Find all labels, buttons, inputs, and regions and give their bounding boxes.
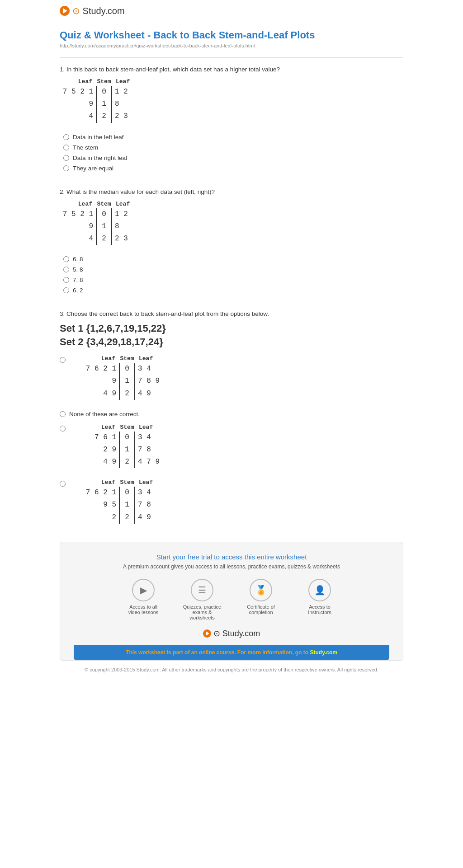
q3-option-d-label[interactable]: Leaf Stem Leaf 7 6 2 1 0 3 4 9 5 1 7 8 <box>60 479 403 528</box>
q3c-row3-right: 4 7 9 <box>135 456 171 468</box>
q2-row2-left: 9 <box>60 221 96 233</box>
q1-row2-right: 8 <box>112 98 148 110</box>
logo-icon <box>60 6 70 16</box>
q3-radio-d[interactable] <box>60 481 66 487</box>
promo-title: Start your free trial to access this ent… <box>74 553 389 561</box>
promo-subtitle: A premium account gives you access to al… <box>74 563 389 570</box>
q2-radio-2[interactable] <box>63 267 69 272</box>
q3-radio-b[interactable] <box>60 411 66 417</box>
q1-row-2: 9 1 8 <box>60 98 148 110</box>
q3d-row-2: 9 5 1 7 8 <box>83 499 171 511</box>
q3a-header-stem: Stem <box>119 355 135 362</box>
q2-row-1: 7 5 2 1 0 1 2 <box>60 208 148 221</box>
q3d-row1-right: 3 4 <box>135 487 171 499</box>
header: ⊙ Study.com <box>60 0 403 21</box>
q2-table-header: Leaf Stem Leaf <box>60 201 148 207</box>
q3d-row1-stem: 0 <box>119 487 135 499</box>
q1-header-right: Leaf <box>112 78 148 85</box>
q2-header-left: Leaf <box>60 201 96 207</box>
q3a-header-left: Leaf <box>83 355 119 362</box>
q3-text: 3. Choose the correct back to back stem-… <box>60 310 403 317</box>
divider-1 <box>60 57 403 58</box>
q3a-row-3: 4 9 2 4 9 <box>83 388 171 400</box>
q3a-row2-right: 7 8 9 <box>135 375 171 387</box>
q3c-row1-stem: 0 <box>119 432 135 444</box>
q1-row3-left: 4 <box>60 110 96 122</box>
q1-row-1: 7 5 2 1 0 1 2 <box>60 86 148 98</box>
q3a-row1-stem: 0 <box>119 363 135 375</box>
promo-logo-text: ⊙ Study.com <box>213 629 260 638</box>
q2-option-1[interactable]: 6, 8 <box>63 256 403 263</box>
promo-bar-link[interactable]: Study.com <box>310 649 337 656</box>
q3a-row-1: 7 6 2 1 0 3 4 <box>83 363 171 375</box>
question-3: 3. Choose the correct back to back stem-… <box>60 310 403 528</box>
q3c-row-1: 7 6 1 0 3 4 <box>83 432 171 444</box>
q3a-row2-stem: 1 <box>119 375 135 387</box>
q2-text: 2. What is the median value for each dat… <box>60 188 403 195</box>
q2-radio-1[interactable] <box>63 256 69 262</box>
q2-header-right: Leaf <box>112 201 148 207</box>
q2-row3-stem: 2 <box>96 233 112 245</box>
q1-radio-4[interactable] <box>63 165 69 171</box>
q3d-row2-left: 9 5 <box>83 499 119 511</box>
q3d-header-stem: Stem <box>119 479 135 486</box>
footer-copyright: © copyright 2003-2015 Study.com. All oth… <box>60 667 403 672</box>
q1-row3-right: 2 3 <box>112 110 148 122</box>
q3-table-d-header: Leaf Stem Leaf <box>83 479 171 486</box>
q3d-header-right: Leaf <box>135 479 171 486</box>
q2-option-4-label: 6, 2 <box>73 287 83 294</box>
q3-option-b: None of these are correct. <box>60 411 403 418</box>
q3-radio-c[interactable] <box>60 426 66 432</box>
promo-box: Start your free trial to access this ent… <box>60 542 403 661</box>
q3d-row-3: 2 2 4 9 <box>83 511 171 524</box>
q3-set2: Set 2 {3,4,29,18,17,24} <box>60 336 403 348</box>
q1-row1-stem: 0 <box>96 86 112 98</box>
promo-bar-text: This worksheet is part of an online cour… <box>126 649 337 656</box>
q2-row1-stem: 0 <box>96 208 112 221</box>
q2-radio-3[interactable] <box>63 277 69 283</box>
q3-options: Leaf Stem Leaf 7 6 2 1 0 3 4 9 1 7 8 9 <box>60 355 403 528</box>
q2-option-4[interactable]: 6, 2 <box>63 287 403 294</box>
q1-header-stem: Stem <box>96 78 112 85</box>
q3c-header-right: Leaf <box>135 424 171 431</box>
q1-option-2[interactable]: The stem <box>63 144 403 151</box>
q3-radio-a[interactable] <box>60 357 66 363</box>
q3-option-a-label[interactable]: Leaf Stem Leaf 7 6 2 1 0 3 4 9 1 7 8 9 <box>60 355 403 404</box>
q1-radio-1[interactable] <box>63 134 69 140</box>
q1-row1-left: 7 5 2 1 <box>60 86 96 98</box>
cert-icon: 🏅 <box>250 579 272 601</box>
q3-table-a-header: Leaf Stem Leaf <box>83 355 171 362</box>
q3a-row1-left: 7 6 2 1 <box>83 363 119 375</box>
q3c-row1-right: 3 4 <box>135 432 171 444</box>
promo-logo: ⊙ Study.com <box>74 629 389 638</box>
q1-radio-2[interactable] <box>63 145 69 150</box>
q1-option-3-label: Data in the right leaf <box>73 155 128 161</box>
q3-option-c-label[interactable]: Leaf Stem Leaf 7 6 1 0 3 4 2 9 1 7 8 <box>60 424 403 473</box>
q2-stem-leaf-table: Leaf Stem Leaf 7 5 2 1 0 1 2 9 1 8 4 2 2… <box>60 201 148 245</box>
q3c-row2-right: 7 8 <box>135 444 171 456</box>
q2-row2-right: 8 <box>112 221 148 233</box>
promo-icon-video: ▶ Access to all video lessons <box>123 579 164 620</box>
q1-text: 1. In this back to back stem-and-leaf pl… <box>60 66 403 73</box>
promo-icon-instructors: 👤 Access to Instructors <box>299 579 340 620</box>
q3-option-c: Leaf Stem Leaf 7 6 1 0 3 4 2 9 1 7 8 <box>60 424 403 473</box>
q3a-header-right: Leaf <box>135 355 171 362</box>
q1-option-1[interactable]: Data in the left leaf <box>63 134 403 141</box>
q2-option-3[interactable]: 7, 8 <box>63 277 403 283</box>
q3-table-c: Leaf Stem Leaf 7 6 1 0 3 4 2 9 1 7 8 <box>83 424 171 469</box>
q1-option-2-label: The stem <box>73 144 98 151</box>
q1-option-4[interactable]: They are equal <box>63 165 403 172</box>
q2-option-2[interactable]: 5, 8 <box>63 266 403 273</box>
q1-radio-3[interactable] <box>63 155 69 161</box>
q1-row3-stem: 2 <box>96 110 112 122</box>
q1-table-header: Leaf Stem Leaf <box>60 78 148 85</box>
q1-option-3[interactable]: Data in the right leaf <box>63 155 403 161</box>
page-url: http://study.com/academy/practice/quiz-w… <box>60 43 403 48</box>
q3-option-b-label[interactable]: None of these are correct. <box>60 411 403 418</box>
q2-row1-right: 1 2 <box>112 208 148 221</box>
q3d-row3-right: 4 9 <box>135 511 171 524</box>
q3c-row3-stem: 2 <box>119 456 135 468</box>
q2-radio-4[interactable] <box>63 287 69 293</box>
q3-option-a: Leaf Stem Leaf 7 6 2 1 0 3 4 9 1 7 8 9 <box>60 355 403 404</box>
page-title: Quiz & Worksheet - Back to Back Stem-and… <box>60 29 403 41</box>
